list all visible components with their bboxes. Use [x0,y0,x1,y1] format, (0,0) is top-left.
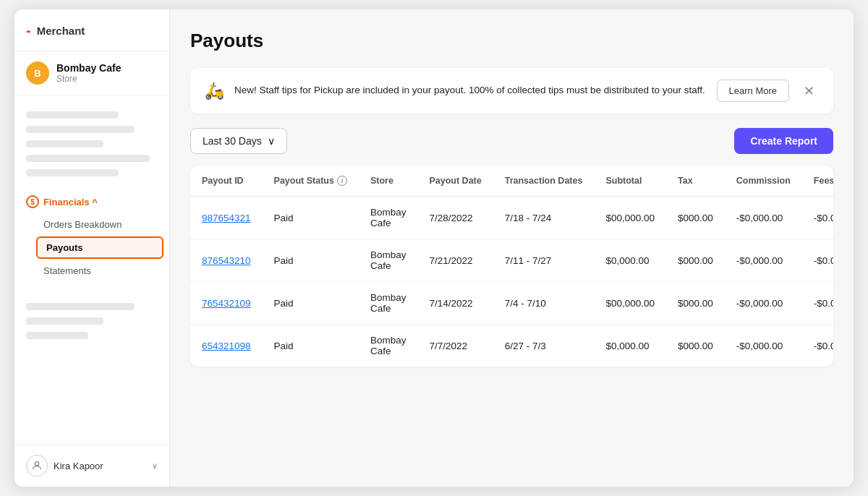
cell-status: Paid [263,239,359,282]
cell-transaction-dates: 7/4 - 7/10 [493,282,595,325]
cell-payout-date: 7/28/2022 [417,197,493,239]
cell-fees: -$0.00 [802,239,833,282]
payout-id-link[interactable]: 987654321 [202,213,251,223]
cell-commission: -$0,000.00 [725,325,802,367]
table-row: 654321098PaidBombay Cafe7/7/20226/27 - 7… [190,325,833,367]
financials-nav-item[interactable]: $ Financials ^ [14,189,169,214]
cell-tax: $000.00 [666,282,725,325]
cell-payout-id: 876543210 [190,239,263,282]
cell-status: Paid [263,325,359,367]
cell-payout-id: 654321098 [190,325,263,367]
cell-store: Bombay Cafe [359,325,418,367]
nav-skeleton-1 [26,111,119,119]
sidebar-footer[interactable]: Kira Kapoor ∨ [14,444,169,487]
user-name: Kira Kapoor [54,461,146,471]
nav-skeleton-8 [26,332,88,339]
nav-skeleton-4 [26,155,150,162]
store-type: Store [56,74,121,84]
cell-tax: $000.00 [666,325,725,367]
nav-skeleton-7 [26,317,103,325]
sidebar-item-orders-breakdown[interactable]: Orders Breakdown [14,214,169,235]
cell-transaction-dates: 6/27 - 7/3 [493,325,595,367]
cell-commission: -$0,000.00 [725,239,802,282]
notification-banner: 🛵 New! Staff tips for Pickup are include… [190,68,833,114]
page-title: Payouts [190,30,833,52]
col-payout-date: Payout Date [417,166,493,197]
payout-id-link[interactable]: 654321098 [202,341,251,351]
cell-subtotal: $00,000.00 [594,282,666,325]
banner-text: New! Staff tips for Pickup are included … [234,84,707,98]
chevron-down-icon: ∨ [152,461,158,471]
col-payout-status: Payout Status i [263,166,359,197]
payouts-table: Payout ID Payout Status i Store Payout D… [190,166,833,367]
cell-payout-id: 765432109 [190,282,263,325]
col-subtotal: Subtotal [594,166,666,197]
sidebar-item-payouts[interactable]: Payouts [36,236,163,259]
financials-icon: $ [26,195,39,208]
payout-id-link[interactable]: 765432109 [202,298,251,309]
sidebar-nav: $ Financials ^ Orders Breakdown Payouts … [14,95,169,444]
cell-fees: -$0.00 [802,282,833,325]
nav-skeleton-2 [26,126,135,133]
cell-status: Paid [263,282,359,325]
date-filter-button[interactable]: Last 30 Days ∨ [190,128,287,154]
col-commission: Commission [725,166,802,197]
store-avatar: B [26,61,49,85]
learn-more-button[interactable]: Learn More [717,80,789,102]
col-fees: Fees i [802,166,833,197]
sidebar-bottom-skeletons [14,287,169,355]
financials-section: $ Financials ^ Orders Breakdown Payouts … [14,184,169,287]
col-payout-id: Payout ID [190,166,263,197]
table-row: 765432109PaidBombay Cafe7/14/20227/4 - 7… [190,282,833,325]
cell-payout-date: 7/7/2022 [417,325,493,367]
cell-status: Paid [263,197,359,239]
col-store: Store [359,166,418,197]
cell-tax: $000.00 [666,239,725,282]
app-container: - Merchant B Bombay Cafe Store $ Financi… [14,9,854,487]
cell-transaction-dates: 7/18 - 7/24 [493,197,595,239]
banner-icon: 🛵 [205,82,224,101]
nav-skeleton-6 [26,303,135,310]
cell-tax: $000.00 [666,197,725,239]
store-section[interactable]: B Bombay Cafe Store [14,51,169,95]
date-filter-chevron-icon: ∨ [268,135,275,147]
doordash-logo-icon: - [26,22,31,39]
table-header-row: Payout ID Payout Status i Store Payout D… [190,166,833,197]
cell-commission: -$0,000.00 [725,197,802,239]
cell-fees: -$0.00 [802,197,833,239]
table-body: 987654321PaidBombay Cafe7/28/20227/18 - … [190,197,833,367]
cell-transaction-dates: 7/11 - 7/27 [493,239,595,282]
cell-payout-date: 7/21/2022 [417,239,493,282]
brand-label: Merchant [37,25,85,37]
payout-status-info-icon[interactable]: i [337,176,347,186]
table-row: 987654321PaidBombay Cafe7/28/20227/18 - … [190,197,833,239]
cell-subtotal: $00,000.00 [594,197,666,239]
cell-store: Bombay Cafe [359,239,418,282]
payouts-table-container: Payout ID Payout Status i Store Payout D… [190,166,833,367]
cell-commission: -$0,000.00 [725,282,802,325]
store-name: Bombay Cafe [56,62,121,74]
create-report-button[interactable]: Create Report [734,128,833,154]
col-transaction-dates: Transaction Dates [493,166,595,197]
filter-bar: Last 30 Days ∨ Create Report [190,128,833,154]
svg-point-0 [35,462,38,466]
cell-subtotal: $0,000.00 [594,239,666,282]
cell-store: Bombay Cafe [359,197,418,239]
col-tax: Tax [666,166,725,197]
sidebar-header: - Merchant [14,9,169,51]
nav-skeleton-3 [26,140,103,147]
date-range-label: Last 30 Days [203,135,262,147]
financials-label: Financials ^ [43,197,98,208]
table-row: 876543210PaidBombay Cafe7/21/20227/11 - … [190,239,833,282]
sidebar-item-statements[interactable]: Statements [14,260,169,281]
store-info: Bombay Cafe Store [56,62,121,84]
sidebar: - Merchant B Bombay Cafe Store $ Financi… [14,9,170,487]
cell-payout-date: 7/14/2022 [417,282,493,325]
cell-store: Bombay Cafe [359,282,418,325]
user-avatar [26,455,48,476]
banner-close-button[interactable]: ✕ [799,82,819,101]
main-content: Payouts 🛵 New! Staff tips for Pickup are… [170,9,854,487]
nav-skeleton-5 [26,169,119,176]
cell-subtotal: $0,000.00 [594,325,666,367]
payout-id-link[interactable]: 876543210 [202,255,251,266]
